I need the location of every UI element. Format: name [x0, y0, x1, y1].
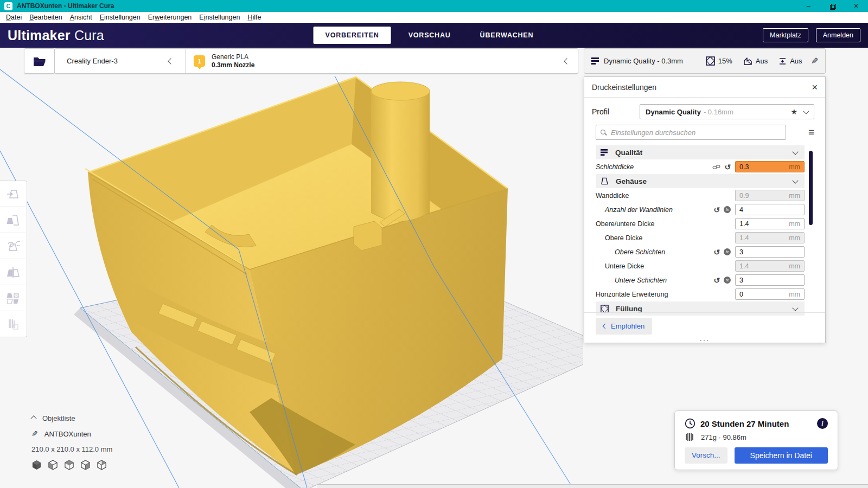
menu-datei[interactable]: Datei — [2, 12, 25, 22]
formula-icon[interactable]: fx — [724, 248, 731, 255]
category-shell[interactable]: Gehäuse — [596, 174, 805, 188]
formula-icon[interactable]: fx — [724, 206, 731, 213]
divider — [185, 49, 186, 73]
recommended-button[interactable]: Empfohlen — [596, 318, 652, 335]
view-top-button[interactable] — [64, 460, 74, 470]
background-window-edge — [317, 484, 868, 488]
revert-icon[interactable]: ↺ — [713, 206, 720, 214]
setting-row: Wanddicke 0.9mm — [596, 189, 805, 202]
setting-input-obere-schichten[interactable]: 3 — [735, 246, 805, 258]
shell-icon — [601, 177, 609, 185]
marketplace-button[interactable]: Marktplatz — [763, 28, 808, 42]
settings-search[interactable] — [596, 125, 786, 140]
object-list-toggle[interactable]: Objektliste — [31, 414, 112, 422]
view-left-button[interactable] — [80, 460, 91, 470]
material-usage: 271g · 90.86m — [701, 433, 746, 441]
settings-scrollbar[interactable] — [809, 151, 813, 225]
summary-profile: Dynamic Quality - 0.3mm — [604, 57, 683, 65]
drag-handle-icon[interactable]: ··· — [700, 338, 710, 342]
close-button[interactable]: × — [844, 0, 868, 12]
setting-input-wanddicke: 0.9mm — [735, 190, 805, 201]
object-dimensions: 210.0 x 210.0 x 112.0 mm — [31, 445, 112, 453]
restore-button[interactable] — [820, 0, 844, 12]
link-icon[interactable] — [712, 164, 720, 170]
summary-support: Aus — [756, 57, 768, 65]
mirror-tool-button[interactable] — [0, 259, 25, 285]
extruder-1-icon: 1 — [194, 55, 205, 67]
clock-icon — [685, 418, 695, 429]
panel-title: Druckeinstellungen — [592, 83, 656, 92]
logo: Ultimaker Cura — [8, 28, 104, 43]
print-settings-panel: Druckeinstellungen × Profil Dynamic Qual… — [584, 76, 826, 343]
search-icon — [601, 130, 607, 136]
support-blocker-button[interactable] — [0, 311, 25, 337]
job-summary-card: 20 Stunden 27 Minuten i 271g · 90.86m Vo… — [674, 410, 838, 470]
settings-list: Qualität Schichtdicke ↺ 0.3mm — [596, 145, 805, 316]
revert-icon[interactable]: ↺ — [724, 163, 731, 171]
per-model-settings-button[interactable] — [0, 285, 25, 311]
layers-icon — [591, 57, 599, 65]
title-bar: C ANTBOXunten - Ultimaker Cura − × — [0, 0, 868, 12]
chevron-left-icon — [603, 324, 608, 329]
object-info: Objektliste ✎ ANTBOXunten 210.0 x 210.0 … — [31, 414, 112, 470]
search-input[interactable] — [610, 128, 781, 137]
chevron-down-icon — [792, 149, 798, 155]
close-icon[interactable]: × — [812, 82, 818, 92]
rotate-tool-button[interactable] — [0, 233, 25, 259]
save-to-file-button[interactable]: Speichern in Datei — [735, 447, 828, 464]
view-3d-button[interactable] — [31, 460, 42, 470]
setting-input-oberuntere-dicke[interactable]: 1.4mm — [735, 218, 805, 229]
minimize-button[interactable]: − — [796, 0, 820, 12]
move-tool-button[interactable] — [0, 181, 25, 207]
menu-einstellungen-2[interactable]: Einstellungen — [195, 12, 244, 22]
tab-vorbereiten[interactable]: VORBEREITEN — [314, 27, 391, 44]
settings-menu-icon[interactable]: ≡ — [808, 126, 814, 138]
setting-row: Obere Dicke 1.4mm — [596, 231, 805, 245]
setting-input-horizontale-erweiterung[interactable]: 0mm — [735, 288, 805, 300]
setting-row: Obere/untere Dicke 1.4mm — [596, 217, 805, 230]
tool-column — [0, 181, 27, 337]
printer-selector[interactable]: Creality Ender-3 — [55, 57, 185, 65]
nozzle-size: 0.3mm Nozzle — [212, 61, 254, 69]
menu-einstellungen[interactable]: Einstellungen — [96, 12, 144, 22]
profile-value: Dynamic Quality — [646, 108, 701, 116]
open-file-button[interactable] — [24, 48, 55, 74]
menu-bearbeiten[interactable]: Bearbeiten — [25, 12, 66, 22]
formula-icon[interactable]: fx — [724, 277, 731, 284]
restore-icon — [830, 4, 835, 9]
window-title: ANTBOXunten - Ultimaker Cura — [17, 2, 114, 10]
view-right-button[interactable] — [97, 460, 107, 470]
scale-tool-button[interactable] — [0, 207, 25, 233]
rename-icon: ✎ — [31, 429, 38, 438]
infill-icon — [706, 56, 715, 66]
revert-icon[interactable]: ↺ — [713, 248, 720, 256]
view-presets — [31, 460, 112, 470]
profile-suffix: - 0.16mm — [704, 108, 733, 116]
support-icon — [743, 57, 752, 66]
printer-name: Creality Ender-3 — [67, 57, 118, 65]
profile-dropdown[interactable]: Dynamic Quality - 0.16mm ★ — [640, 104, 814, 119]
setting-input-wandlinien[interactable]: 4 — [735, 204, 805, 215]
setting-input-schichtdicke[interactable]: 0.3mm — [735, 161, 805, 172]
menu-erweiterungen[interactable]: Erweiterungen — [144, 12, 196, 22]
view-front-button[interactable] — [48, 460, 58, 470]
revert-icon[interactable]: ↺ — [713, 277, 720, 284]
menu-hilfe[interactable]: Hilfe — [244, 12, 265, 22]
preview-button[interactable]: Vorsch... — [685, 447, 727, 464]
info-icon[interactable]: i — [817, 418, 828, 429]
category-quality[interactable]: Qualität — [596, 145, 805, 159]
tab-vorschau[interactable]: VORSCHAU — [397, 27, 463, 44]
setting-row: Untere Schichten ↺ fx 3 — [596, 273, 805, 287]
tab-ueberwachen[interactable]: ÜBERWACHEN — [468, 27, 546, 44]
setting-input-untere-schichten[interactable]: 3 — [735, 274, 805, 286]
material-selector[interactable]: 1 Generic PLA 0.3mm Nozzle — [185, 53, 578, 69]
setting-input-obere-dicke: 1.4mm — [735, 232, 805, 243]
print-settings-summary[interactable]: Dynamic Quality - 0.3mm 15% Aus Aus ✎ — [584, 48, 826, 74]
menu-ansicht[interactable]: Ansicht — [66, 12, 96, 22]
object-name-row[interactable]: ✎ ANTBOXunten — [31, 429, 112, 438]
chevron-up-icon — [30, 415, 36, 421]
signin-button[interactable]: Anmelden — [816, 28, 860, 42]
configuration-bar: Creality Ender-3 1 Generic PLA 0.3mm Noz… — [54, 48, 578, 74]
edit-settings-icon[interactable]: ✎ — [811, 56, 818, 66]
star-icon[interactable]: ★ — [790, 107, 797, 116]
